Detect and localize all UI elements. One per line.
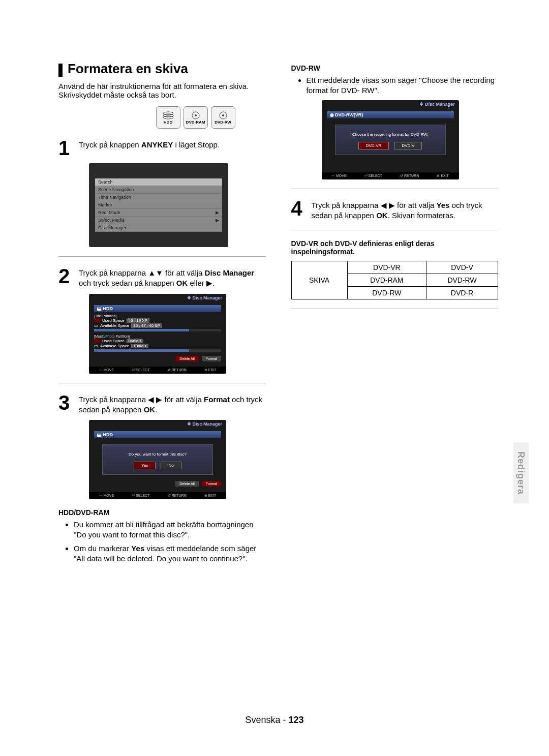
hdd-icon: HDD <box>156 106 180 129</box>
dvdrw-icon: DVD-RW <box>211 106 235 129</box>
separator <box>291 230 499 230</box>
step-2: 2 Tryck på knapparna ▲▼ för att välja Di… <box>58 266 266 289</box>
footer-hint: ↺ RETURN <box>168 494 187 498</box>
dialog-question: Do you want to format this disc? <box>108 452 207 457</box>
dvdrw-bullets: Ett meddelande visas som säger "Choose t… <box>307 75 499 96</box>
step-1: 1 Tryck på knappen ANYKEY i läget Stopp. <box>58 138 266 158</box>
dvdram-icon: DVD-RAM <box>184 106 208 129</box>
step2-panel: Disc Manager 🖴 HDD [Title Partition] Use… <box>89 294 266 374</box>
definition-line: DVD-VR och DVD-V definieras enligt deras… <box>291 239 499 256</box>
dvdrw-panel: Disc Manager ◉ DVD-RW(VR) Choose the rec… <box>322 100 499 179</box>
dvd-vr-button[interactable]: DVD-VR <box>358 142 389 149</box>
table-cell: DVD-V <box>426 261 498 274</box>
footer-hint: ⏎ SELECT <box>132 494 149 498</box>
hdd-dvdram-heading: HDD/DVD-RAM <box>58 508 266 517</box>
separator <box>291 189 499 189</box>
step-text: Tryck på knappen ANYKEY i läget Stopp. <box>79 138 220 158</box>
footer-hint: ↔ MOVE <box>331 174 347 178</box>
menu-item[interactable]: Time Navigation <box>95 194 222 201</box>
dialog-question: Choose the recording format for DVD-RW. <box>341 132 440 137</box>
footer-hint: ⏎ SELECT <box>132 368 149 372</box>
table-cell: DVD-R <box>426 287 498 299</box>
page-title: Formatera en skiva <box>58 61 266 77</box>
menu-item[interactable]: Marker <box>95 201 222 209</box>
footer-hint: ↔ MOVE <box>99 368 114 372</box>
list-item: Ett meddelande visas som säger "Choose t… <box>307 75 499 96</box>
step-number: 2 <box>58 266 74 289</box>
table-cell: DVD-RAM <box>347 274 426 287</box>
menu-item[interactable]: Scene Navigation <box>95 186 222 194</box>
format-button[interactable]: Format <box>202 356 221 361</box>
left-column: Formatera en skiva Använd de här instruk… <box>58 61 266 567</box>
hdd-bullets: Du kommer att bli tillfrågad att bekräft… <box>74 520 266 564</box>
step1-panel: SearchScene NavigationTime NavigationMar… <box>89 163 266 247</box>
svg-point-4 <box>195 114 197 116</box>
panel-header: Disc Manager <box>89 294 226 302</box>
table-cell: DVD-RW <box>426 274 498 287</box>
panel-header: Disc Manager <box>89 420 226 428</box>
step-number: 1 <box>58 138 74 158</box>
no-button[interactable]: No <box>161 462 181 469</box>
delete-all-button[interactable]: Delete All <box>175 356 199 361</box>
step-3: 3 Tryck på knapparna ◀ ▶ för att välja F… <box>58 392 266 415</box>
menu-item[interactable]: Search <box>95 178 222 186</box>
table-row-label: SKIVA <box>291 261 347 299</box>
menu-item[interactable]: Disc Manager <box>95 224 222 232</box>
media-icons: HDD DVD-RAM DVD-RW <box>58 106 235 129</box>
page-footer: Svenska - 123 <box>0 715 549 725</box>
separator <box>291 309 499 309</box>
step-number: 4 <box>291 198 307 221</box>
menu-item[interactable]: Rec. Mode▶ <box>95 209 222 217</box>
side-tab-label: Redigera <box>516 451 527 494</box>
step-text: Tryck på knapparna ◀ ▶ för att välja For… <box>79 392 266 415</box>
footer-hint: ⊖ EXIT <box>204 494 217 498</box>
list-item: Du kommer att bli tillfrågad att bekräft… <box>74 520 266 540</box>
dvdrw-heading: DVD-RW <box>291 64 499 72</box>
svg-point-6 <box>222 114 224 116</box>
step-number: 3 <box>58 392 74 415</box>
step-text: Tryck på knapparna ▲▼ för att välja Disc… <box>79 266 266 289</box>
footer-hint: ↺ RETURN <box>168 368 187 372</box>
footer-hint: ↺ RETURN <box>400 174 419 178</box>
separator <box>58 383 266 383</box>
separator <box>58 256 266 257</box>
panel-header: Disc Manager <box>322 100 459 108</box>
dvd-v-button[interactable]: DVD-V <box>394 142 422 149</box>
yes-button[interactable]: Yes <box>134 462 156 469</box>
step3-panel: Disc Manager 🖴 HDD Do you want to format… <box>89 420 266 499</box>
footer-hint: ⊖ EXIT <box>204 368 217 372</box>
intro-text: Använd de här instruktionerna för att fo… <box>58 82 266 99</box>
table-cell: DVD-VR <box>347 261 426 274</box>
side-tab: Redigera <box>513 442 529 503</box>
right-column: DVD-RW Ett meddelande visas som säger "C… <box>291 61 499 567</box>
format-table: SKIVA DVD-VR DVD-V DVD-RAM DVD-RW DVD-RW… <box>291 261 499 299</box>
step-4: 4 Tryck på knapparna ◀ ▶ för att välja Y… <box>291 198 499 221</box>
footer-hint: ↔ MOVE <box>99 494 114 498</box>
footer-hint: ⊖ EXIT <box>437 174 449 178</box>
footer-hint: ⏎ SELECT <box>364 174 382 178</box>
step-text: Tryck på knapparna ◀ ▶ för att välja Yes… <box>312 198 499 221</box>
svg-point-2 <box>163 116 173 119</box>
list-item: Om du markerar Yes visas ett meddelande … <box>74 543 266 564</box>
table-cell: DVD-RW <box>347 287 426 299</box>
menu-item[interactable]: Select Media▶ <box>95 217 222 224</box>
